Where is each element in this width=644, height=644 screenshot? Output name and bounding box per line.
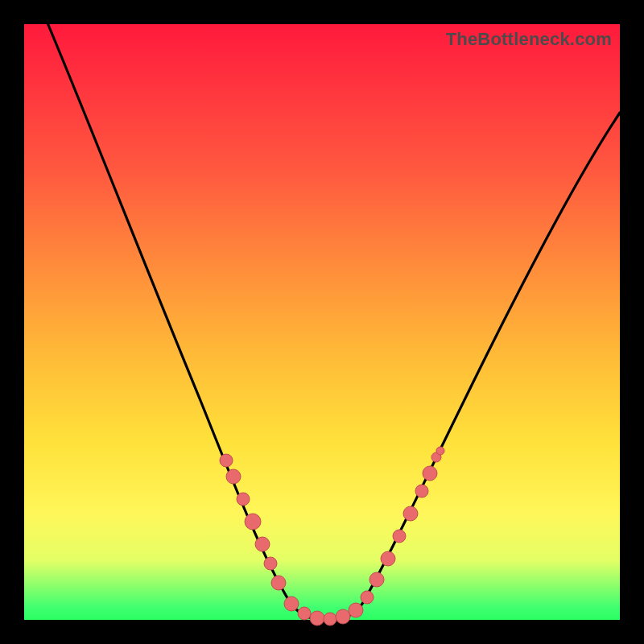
marker-dot (436, 447, 444, 455)
marker-dot (255, 537, 270, 551)
marker-dot (361, 591, 374, 604)
marker-dot (298, 607, 311, 620)
marker-dot (349, 603, 363, 617)
chart-frame: TheBottleneck.com (0, 0, 644, 644)
marker-dot (423, 466, 437, 481)
marker-dot (393, 530, 406, 543)
marker-dot (284, 597, 299, 611)
marker-dot (381, 551, 395, 566)
marker-dot (324, 613, 336, 625)
marker-dot (226, 469, 241, 484)
marker-dot (310, 611, 324, 625)
marker-dot (369, 572, 384, 587)
marker-dot (336, 609, 350, 624)
plot-area: TheBottleneck.com (24, 24, 620, 620)
marker-dot (245, 514, 261, 530)
bottleneck-curve (24, 24, 620, 620)
markers-right (369, 447, 444, 587)
markers-bottom (284, 591, 374, 625)
marker-dot (264, 557, 277, 570)
marker-dot (237, 493, 250, 506)
markers-left (220, 454, 286, 590)
marker-dot (271, 576, 286, 590)
marker-dot (403, 506, 418, 521)
curve-path (48, 24, 620, 620)
marker-dot (415, 485, 428, 497)
marker-dot (220, 454, 233, 467)
